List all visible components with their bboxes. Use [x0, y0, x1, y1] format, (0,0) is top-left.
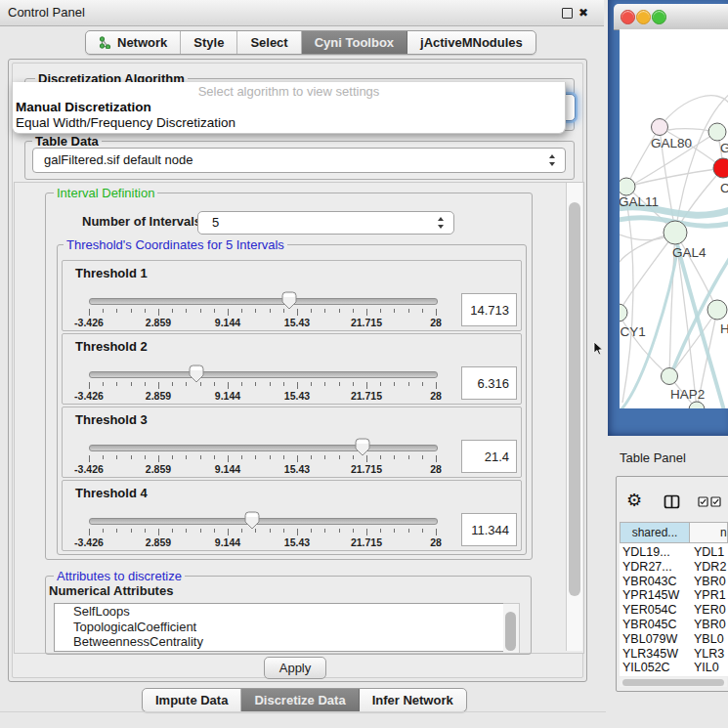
table-row[interactable]: YPR145WYPR1: [620, 588, 728, 603]
attribute-item-selfloops[interactable]: SelfLoops: [55, 604, 504, 620]
threshold-label: Threshold 1: [75, 266, 148, 280]
tick-label: 15.43: [268, 536, 326, 548]
tick-mark: [311, 309, 312, 313]
attribute-item-topologicalcoefficient[interactable]: TopologicalCoefficient: [55, 620, 504, 635]
minimize-traffic-light[interactable]: [636, 10, 651, 24]
tick-label: 21.715: [337, 536, 396, 548]
number-of-intervals-spinner[interactable]: 5: [197, 211, 454, 235]
tick-mark: [353, 309, 354, 313]
table-row[interactable]: YBL079WYBL0: [620, 632, 728, 647]
column-header-shared-[interactable]: shared...: [620, 522, 690, 543]
cell-shared-name: YER054C: [622, 603, 691, 617]
table-row[interactable]: YDL19...YDL1: [620, 545, 728, 560]
close-traffic-light[interactable]: [621, 10, 635, 24]
table-row[interactable]: YER054CYER0: [620, 603, 728, 618]
tick-mark: [311, 455, 312, 459]
tab-jactivemnodules[interactable]: jActiveMNodules: [407, 31, 535, 54]
float-window-icon[interactable]: [562, 8, 573, 19]
tick-mark: [214, 382, 215, 386]
tick-mark: [186, 382, 187, 386]
tick-mark: [339, 455, 340, 459]
tick-mark: [241, 529, 242, 533]
close-icon[interactable]: ✖: [578, 5, 588, 21]
scrollbar-thumb[interactable]: [622, 679, 724, 686]
checkbox-icon[interactable]: [710, 496, 721, 507]
network-node-h[interactable]: [707, 300, 727, 320]
table-row[interactable]: YBR043CYBR0: [620, 575, 728, 589]
popup-option-manual-discretization[interactable]: Manual Discretization: [16, 100, 563, 114]
tick-mark: [436, 455, 437, 462]
tick-mark: [394, 382, 395, 386]
tab-network[interactable]: Network: [86, 31, 181, 54]
network-node-gal11[interactable]: [620, 178, 635, 195]
attributes-list-scrollbar[interactable]: [503, 603, 520, 654]
column-header-name[interactable]: name: [690, 522, 728, 543]
network-node-hap2[interactable]: [662, 368, 678, 385]
slider-track[interactable]: [89, 298, 438, 305]
tick-mark: [324, 382, 325, 386]
bottom-tab-discretize-data[interactable]: Discretize Data: [241, 689, 359, 711]
tick-mark: [283, 309, 284, 313]
tick-label: 9.144: [198, 536, 257, 548]
tick-mark: [255, 309, 256, 313]
slider-thumb[interactable]: [281, 291, 297, 310]
slider-track[interactable]: [89, 445, 438, 451]
threshold-value-field[interactable]: 11.344: [461, 513, 517, 546]
columns-icon[interactable]: [664, 493, 681, 511]
cell-name: YDR2: [694, 560, 728, 574]
tick-mark: [297, 529, 298, 535]
table-row[interactable]: YIL052CYIL0: [620, 661, 728, 675]
vertical-scrollbar[interactable]: [566, 183, 582, 651]
gear-icon[interactable]: ⚙: [626, 490, 642, 511]
slider-thumb[interactable]: [189, 364, 204, 383]
table-horizontal-scrollbar[interactable]: [620, 677, 727, 687]
slider-thumb[interactable]: [355, 438, 370, 456]
checkbox-icon[interactable]: [698, 496, 708, 507]
network-node-gal4[interactable]: [664, 221, 687, 244]
tick-label: 21.715: [337, 317, 396, 328]
bottom-tab-infer-network[interactable]: Infer Network: [360, 689, 466, 711]
tab-style[interactable]: Style: [181, 31, 237, 54]
slider-track[interactable]: [89, 371, 438, 378]
network-node-gal80[interactable]: [652, 119, 668, 136]
control-panel-titlebar[interactable]: Control Panel ✖: [0, 0, 604, 26]
threshold-value-field[interactable]: 21.4: [461, 440, 517, 473]
network-graph: GAL80GACGAL11GAL4HGCY1HAP2: [620, 29, 728, 408]
table-row[interactable]: YDR27...YDR2: [620, 560, 728, 575]
slider-thumb[interactable]: [244, 511, 260, 530]
tab-select[interactable]: Select: [237, 31, 301, 54]
network-node-gcy1[interactable]: [620, 304, 627, 321]
network-icon: [99, 36, 111, 49]
attribute-item-betweennesscentrality[interactable]: BetweennessCentrality: [55, 634, 504, 650]
tick-mark: [145, 529, 146, 533]
network-node-ga[interactable]: [708, 123, 726, 141]
table-data-combo[interactable]: galFiltered.sif default node: [32, 148, 566, 173]
apply-button[interactable]: Apply: [264, 657, 326, 679]
zoom-traffic-light[interactable]: [652, 10, 666, 24]
network-canvas[interactable]: GAL80GACGAL11GAL4HGCY1HAP2: [620, 29, 728, 408]
tick-mark: [283, 382, 284, 386]
tick-mark: [366, 382, 367, 389]
algorithm-dropdown-popup: Select algorithm to view settings Manual…: [12, 82, 566, 134]
scrollbar-thumb[interactable]: [569, 202, 580, 596]
tick-mark: [255, 529, 256, 533]
tick-mark: [89, 309, 90, 316]
tick-mark: [145, 382, 146, 386]
numerical-attributes-list[interactable]: SelfLoopsTopologicalCoefficientBetweenne…: [54, 603, 505, 652]
table-row[interactable]: YBR045CYBR0: [620, 618, 728, 632]
scrollbar-thumb[interactable]: [505, 612, 516, 651]
cell-shared-name: YIL052C: [622, 661, 691, 674]
tab-cyni-toolbox[interactable]: Cyni Toolbox: [302, 31, 407, 54]
numerical-attributes-label: Numerical Attributes: [49, 583, 173, 598]
network-window-titlebar[interactable]: [614, 4, 728, 30]
popup-option-equal-width-frequency-discretization[interactable]: Equal Width/Frequency Discretization: [16, 115, 563, 130]
slider-track[interactable]: [89, 518, 438, 525]
tick-mark: [324, 455, 325, 459]
teal-edge: [677, 244, 724, 408]
network-node-c[interactable]: [713, 158, 728, 178]
threshold-value-field[interactable]: 14.713: [461, 293, 517, 326]
threshold-value-field[interactable]: 6.316: [461, 366, 517, 400]
tick-mark: [200, 529, 201, 533]
bottom-tab-impute-data[interactable]: Impute Data: [143, 689, 241, 711]
table-row[interactable]: YLR345WYLR3: [620, 647, 728, 662]
